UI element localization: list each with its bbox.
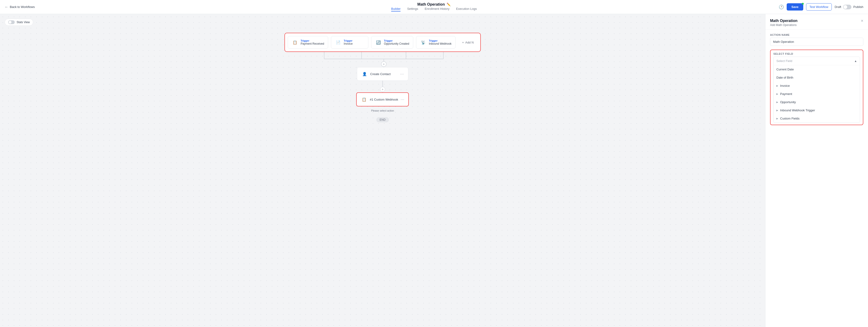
option-custom-fields[interactable]: ▶ Custom Fields <box>774 114 860 123</box>
option-current-date-label: Current Date <box>776 68 794 71</box>
edit-icon[interactable]: ✏️ <box>446 3 451 6</box>
add-node-button-2[interactable]: + <box>380 87 385 92</box>
publish-toggle[interactable] <box>843 5 851 9</box>
draft-label: Draft <box>835 5 841 9</box>
panel-header: Math Operation Add Math Operations × <box>766 14 868 30</box>
tab-builder[interactable]: Builder <box>391 7 401 11</box>
option-invoice[interactable]: ▶ Invoice <box>774 82 860 90</box>
select-field-label: SELECT FIELD <box>771 50 863 57</box>
chevron-up-icon: ▲ <box>854 59 857 63</box>
custom-webhook-name: #1 Custom Webhook <box>370 98 398 101</box>
expand-arrow-custom-fields: ▶ <box>776 117 778 120</box>
custom-webhook-wrapper: 📋 #1 Custom Webhook ⋯ Please select acti… <box>356 92 409 107</box>
option-payment-label: Payment <box>780 92 792 96</box>
tab-execution[interactable]: Execution Logs <box>456 7 477 11</box>
trigger-webhook[interactable]: 📡 Trigger Inbound Webhook <box>416 36 456 49</box>
stats-toggle[interactable]: Stats View <box>5 19 33 26</box>
header-right: 🕐 Save Test Workflow Draft Publish <box>779 3 863 10</box>
panel-subtitle: Add Math Operations <box>770 23 798 27</box>
select-field-dropdown: Select Field ▲ Current Date Date of Birt… <box>773 57 860 123</box>
back-link[interactable]: ← Back to Workflows <box>5 5 35 9</box>
add-trigger-button[interactable]: + Add N <box>458 36 477 49</box>
multi-connector: + <box>301 52 464 67</box>
stats-mini-toggle[interactable] <box>8 20 15 24</box>
panel-close-button[interactable]: × <box>861 19 863 23</box>
workflow-title: Math Operation ✏️ <box>417 2 451 6</box>
plus-icon: + <box>462 41 464 44</box>
tab-settings[interactable]: Settings <box>407 7 418 11</box>
option-inbound-webhook[interactable]: ▶ Inbound Webhook Trigger <box>774 106 860 114</box>
trigger-payment-info: Trigger Payment Received <box>301 39 324 46</box>
trigger-opportunity-label: Trigger <box>384 39 409 42</box>
panel-body: ACTION NAME SELECT FIELD Select Field ▲ … <box>766 30 868 129</box>
end-badge: END <box>376 117 389 122</box>
trigger-payment-name: Payment Received <box>301 42 324 46</box>
header: ← Back to Workflows Math Operation ✏️ Bu… <box>0 0 868 14</box>
panel-title: Math Operation <box>770 19 798 23</box>
panel-title-group: Math Operation Add Math Operations <box>770 19 798 27</box>
canvas: Stats View 📋 Trigger Payment Received 📄 <box>0 14 765 327</box>
draft-publish-toggle-group: Draft Publish <box>835 5 863 9</box>
option-payment[interactable]: ▶ Payment <box>774 90 860 98</box>
tab-enrollment[interactable]: Enrollment History <box>425 7 450 11</box>
option-opportunity[interactable]: ▶ Opportunity <box>774 98 860 106</box>
stats-toggle-label: Stats View <box>17 21 30 24</box>
publish-label: Publish <box>853 5 863 9</box>
action-name-input[interactable] <box>770 38 863 46</box>
trigger-row: 📋 Trigger Payment Received 📄 Trigger Inv… <box>284 33 481 52</box>
trigger-payment-label: Trigger <box>301 39 324 42</box>
trigger-webhook-icon: 📡 <box>420 39 427 46</box>
trigger-webhook-info: Trigger Inbound Webhook <box>429 39 452 46</box>
option-date-of-birth-label: Date of Birth <box>776 76 793 79</box>
trigger-opportunity-icon: 🔄 <box>375 39 382 46</box>
select-field-header[interactable]: Select Field ▲ <box>774 57 860 65</box>
trigger-opportunity-info: Trigger Opportunity Created <box>384 39 409 46</box>
custom-webhook-status: Please select action <box>371 109 394 112</box>
select-field-section: SELECT FIELD Select Field ▲ Current Date <box>770 50 863 125</box>
option-invoice-label: Invoice <box>780 84 790 87</box>
create-contact-node[interactable]: 👤 Create Contact ⋯ <box>357 67 408 81</box>
trigger-invoice-info: Trigger Invoice <box>344 39 353 46</box>
option-custom-fields-label: Custom Fields <box>780 117 800 120</box>
trigger-opportunity[interactable]: 🔄 Trigger Opportunity Created <box>371 36 413 49</box>
back-label: Back to Workflows <box>10 5 35 9</box>
expand-arrow-invoice: ▶ <box>776 84 778 87</box>
trigger-invoice-name: Invoice <box>344 42 353 46</box>
create-contact-menu[interactable]: ⋯ <box>400 72 404 76</box>
save-button[interactable]: Save <box>787 3 803 10</box>
option-current-date[interactable]: Current Date <box>774 65 860 73</box>
main: Stats View 📋 Trigger Payment Received 📄 <box>0 14 868 327</box>
trigger-payment-icon: 📋 <box>292 39 298 46</box>
custom-webhook-icon: 📋 <box>361 96 367 103</box>
trigger-webhook-label: Trigger <box>429 39 452 42</box>
option-inbound-webhook-label: Inbound Webhook Trigger <box>780 109 815 112</box>
header-center: Math Operation ✏️ Builder Settings Enrol… <box>391 2 477 11</box>
expand-arrow-payment: ▶ <box>776 93 778 95</box>
trigger-invoice[interactable]: 📄 Trigger Invoice <box>331 36 368 49</box>
svg-text:+: + <box>383 62 385 66</box>
trigger-payment-received[interactable]: 📋 Trigger Payment Received <box>288 36 328 49</box>
trigger-invoice-label: Trigger <box>344 39 353 42</box>
trigger-invoice-icon: 📄 <box>335 39 341 46</box>
back-arrow-icon: ← <box>5 5 8 9</box>
right-panel: Math Operation Add Math Operations × ACT… <box>765 14 868 327</box>
option-opportunity-label: Opportunity <box>780 100 796 104</box>
trigger-webhook-name: Inbound Webhook <box>429 42 452 46</box>
workflow-container: 📋 Trigger Payment Received 📄 Trigger Inv… <box>284 33 481 122</box>
add-trigger-label: Add N <box>465 41 474 44</box>
expand-arrow-inbound-webhook: ▶ <box>776 109 778 112</box>
trigger-opportunity-name: Opportunity Created <box>384 42 409 46</box>
expand-arrow-opportunity: ▶ <box>776 101 778 103</box>
history-icon[interactable]: 🕐 <box>779 4 784 9</box>
workflow-name: Math Operation <box>417 2 445 6</box>
connector-2: + <box>284 81 481 92</box>
create-contact-icon: 👤 <box>361 71 368 77</box>
select-field-placeholder: Select Field <box>776 59 792 63</box>
option-date-of-birth[interactable]: Date of Birth <box>774 73 860 82</box>
connector-svg: + <box>301 52 464 67</box>
custom-webhook-menu[interactable]: ⋯ <box>401 97 404 102</box>
custom-webhook-node[interactable]: 📋 #1 Custom Webhook ⋯ <box>356 92 409 107</box>
test-workflow-button[interactable]: Test Workflow <box>806 3 832 10</box>
action-name-label: ACTION NAME <box>770 33 863 36</box>
dropdown-options: Current Date Date of Birth ▶ Invoice <box>774 65 860 123</box>
